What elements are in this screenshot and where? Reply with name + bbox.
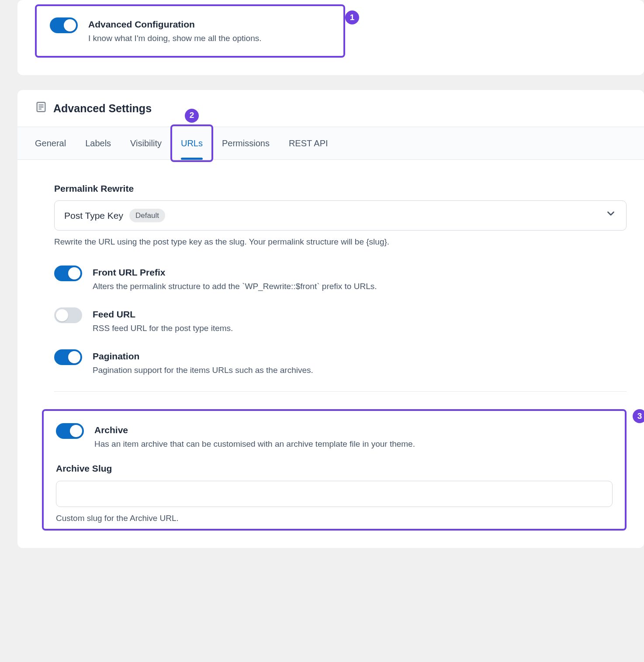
archive-slug-input[interactable]	[56, 481, 613, 507]
divider	[54, 391, 627, 392]
permalink-rewrite-value: Post Type Key	[64, 209, 123, 223]
permalink-rewrite-field: Permalink Rewrite Post Type Key Default …	[54, 182, 627, 248]
tab-urls[interactable]: URLs	[181, 127, 203, 159]
feed-url-desc: RSS feed URL for the post type items.	[93, 322, 233, 335]
advanced-config-text: Advanced Configuration I know what I'm d…	[88, 17, 262, 45]
advanced-config-desc: I know what I'm doing, show me all the o…	[88, 32, 262, 45]
tabs: General Labels Visibility 2 URLs Permiss…	[17, 127, 644, 160]
front-url-prefix-title: Front URL Prefix	[93, 265, 377, 279]
callout-badge-2: 2	[185, 109, 199, 123]
permalink-rewrite-badge: Default	[129, 209, 165, 223]
pagination-row: Pagination Pagination support for the it…	[54, 349, 627, 376]
highlight-3-wrap: 3 Archive Has an item archive that can b…	[54, 409, 627, 531]
section-title: Advanced Settings	[53, 100, 152, 117]
permalink-rewrite-select[interactable]: Post Type Key Default	[54, 200, 627, 231]
archive-row: Archive Has an item archive that can be …	[56, 423, 613, 450]
archive-title: Archive	[94, 423, 415, 437]
archive-toggle[interactable]	[56, 423, 84, 439]
archive-slug-help: Custom slug for the Archive URL.	[56, 512, 613, 525]
tab-permissions[interactable]: Permissions	[222, 127, 270, 159]
tab-urls-wrap: 2 URLs	[181, 127, 203, 159]
highlight-3: Archive Has an item archive that can be …	[42, 409, 627, 531]
highlight-1: 1 Advanced Configuration I know what I'm…	[35, 4, 345, 58]
tab-content: Permalink Rewrite Post Type Key Default …	[17, 160, 644, 548]
panel-advanced-settings: Advanced Settings General Labels Visibil…	[17, 90, 644, 548]
chevron-down-icon	[605, 208, 616, 223]
advanced-config-toggle[interactable]	[50, 17, 78, 33]
permalink-rewrite-label: Permalink Rewrite	[54, 182, 627, 196]
callout-badge-3: 3	[633, 409, 644, 423]
tab-rest-api[interactable]: REST API	[289, 127, 328, 159]
front-url-prefix-toggle[interactable]	[54, 265, 82, 281]
panel-header: Advanced Settings	[17, 90, 644, 127]
pagination-toggle[interactable]	[54, 349, 82, 365]
feed-url-toggle[interactable]	[54, 307, 82, 323]
feed-url-title: Feed URL	[93, 307, 233, 321]
panel-advanced-config: 1 Advanced Configuration I know what I'm…	[17, 0, 644, 75]
permalink-rewrite-help: Rewrite the URL using the post type key …	[54, 236, 627, 248]
callout-badge-1: 1	[345, 10, 359, 24]
front-url-prefix-desc: Alters the permalink structure to add th…	[93, 280, 377, 293]
feed-url-row: Feed URL RSS feed URL for the post type …	[54, 307, 627, 334]
tab-visibility[interactable]: Visibility	[130, 127, 162, 159]
pagination-desc: Pagination support for the items URLs su…	[93, 364, 313, 377]
archive-desc: Has an item archive that can be customis…	[94, 438, 415, 451]
pagination-title: Pagination	[93, 349, 313, 363]
document-icon	[35, 101, 47, 117]
front-url-prefix-row: Front URL Prefix Alters the permalink st…	[54, 265, 627, 293]
archive-slug-label: Archive Slug	[56, 462, 613, 476]
advanced-config-title: Advanced Configuration	[88, 17, 262, 31]
tab-labels[interactable]: Labels	[85, 127, 111, 159]
tab-general[interactable]: General	[35, 127, 66, 159]
